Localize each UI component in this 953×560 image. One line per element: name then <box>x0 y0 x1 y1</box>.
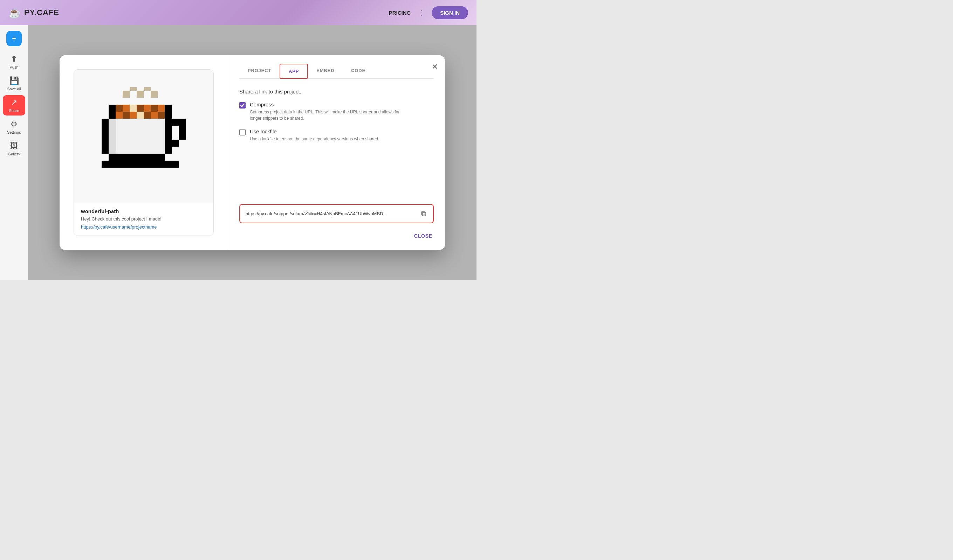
sidebar-item-gallery-label: Gallery <box>8 152 20 156</box>
svg-rect-45 <box>144 154 151 161</box>
logo-icon: ☕ <box>8 7 21 19</box>
modal-close-button[interactable]: ✕ <box>431 62 438 71</box>
svg-rect-13 <box>165 105 172 111</box>
sidebar-item-push[interactable]: ⬆ Push <box>3 52 25 72</box>
svg-rect-31 <box>165 140 172 147</box>
topbar-right: PRICING ⋮ SIGN IN <box>389 6 468 19</box>
tab-embed[interactable]: EMBED <box>308 64 343 79</box>
svg-rect-48 <box>102 161 109 168</box>
pricing-link[interactable]: PRICING <box>389 10 411 16</box>
svg-rect-23 <box>102 119 109 126</box>
svg-rect-15 <box>116 111 123 119</box>
svg-rect-50 <box>165 161 172 168</box>
svg-rect-33 <box>172 119 178 126</box>
svg-rect-22 <box>165 111 172 119</box>
share-intro-text: Share a link to this project. <box>239 88 434 94</box>
compress-checkbox[interactable] <box>239 102 245 108</box>
svg-rect-3 <box>144 87 151 91</box>
svg-rect-9 <box>137 105 144 111</box>
preview-title: wonderful-path <box>81 208 206 214</box>
sidebar: + ⬆ Push 💾 Save all ↗ Share ⚙ Settings 🖼… <box>0 25 28 280</box>
sidebar-item-gallery[interactable]: 🖼 Gallery <box>3 139 25 159</box>
more-menu-button[interactable]: ⋮ <box>418 8 425 17</box>
svg-rect-49 <box>109 161 165 168</box>
compress-desc: Compress project data in the URL. This w… <box>250 109 411 121</box>
svg-rect-28 <box>165 119 172 126</box>
tab-app[interactable]: APP <box>279 64 308 79</box>
sidebar-item-share-label: Share <box>9 108 19 113</box>
svg-rect-37 <box>172 140 178 147</box>
url-bar: https://py.cafe/snippet/solara/v1#c=H4sI… <box>239 204 434 223</box>
lockfile-checkbox-wrap <box>239 129 245 137</box>
svg-rect-42 <box>123 154 130 161</box>
coffee-cup-art <box>95 87 193 185</box>
preview-link[interactable]: https://py.cafe/username/projectname <box>81 224 157 230</box>
settings-icon: ⚙ <box>11 120 17 129</box>
gallery-icon: 🖼 <box>10 141 18 150</box>
sidebar-item-settings[interactable]: ⚙ Settings <box>3 117 25 137</box>
modal-footer: CLOSE <box>239 230 434 241</box>
svg-rect-2 <box>137 91 144 97</box>
lockfile-option: Use lockfile Use a lockfile to ensure th… <box>239 128 434 142</box>
preview-desc: Hey! Check out this cool project I made! <box>81 216 206 221</box>
logo-text: PY.CAFE <box>24 8 59 17</box>
svg-rect-6 <box>116 105 123 111</box>
svg-rect-27 <box>102 147 109 154</box>
compress-text-block: Compress Compress project data in the UR… <box>250 102 411 121</box>
svg-rect-1 <box>130 87 137 91</box>
svg-rect-34 <box>178 119 186 126</box>
svg-rect-39 <box>109 119 116 154</box>
svg-rect-46 <box>151 154 158 161</box>
svg-rect-40 <box>109 154 116 161</box>
modal-overlay: wonderful-path Hey! Check out this cool … <box>28 25 476 280</box>
svg-rect-8 <box>130 105 137 111</box>
sidebar-item-save-all[interactable]: 💾 Save all <box>3 74 25 94</box>
svg-rect-17 <box>130 111 137 119</box>
tab-code[interactable]: CODE <box>343 64 374 79</box>
lockfile-desc: Use a lockfile to ensure the same depend… <box>250 136 379 142</box>
sidebar-item-settings-label: Settings <box>7 130 21 135</box>
new-button[interactable]: + <box>6 31 22 46</box>
compress-label: Compress <box>250 102 411 107</box>
svg-rect-19 <box>144 111 151 119</box>
preview-info: wonderful-path Hey! Check out this cool … <box>74 203 213 235</box>
svg-rect-29 <box>165 126 172 133</box>
lockfile-text-block: Use lockfile Use a lockfile to ensure th… <box>250 128 379 142</box>
url-text: https://py.cafe/snippet/solara/v1#c=H4sI… <box>245 211 420 216</box>
tab-project[interactable]: PROJECT <box>239 64 279 79</box>
sidebar-item-push-label: Push <box>9 65 18 69</box>
save-icon: 💾 <box>9 76 19 85</box>
copy-url-button[interactable]: ⧉ <box>420 210 427 218</box>
svg-rect-24 <box>102 126 109 133</box>
compress-checkbox-wrap <box>239 102 245 110</box>
share-icon: ↗ <box>11 98 17 107</box>
modal-right-panel: ✕ PROJECT APP EMBED CODE Share a link to… <box>228 55 445 250</box>
svg-rect-20 <box>151 111 158 119</box>
svg-rect-11 <box>151 105 158 111</box>
close-button[interactable]: CLOSE <box>413 230 434 241</box>
push-icon: ⬆ <box>11 54 17 64</box>
svg-rect-5 <box>109 105 116 111</box>
sidebar-item-share[interactable]: ↗ Share <box>3 95 25 116</box>
logo: ☕ PY.CAFE <box>8 7 59 19</box>
modal-left-panel: wonderful-path Hey! Check out this cool … <box>60 55 228 250</box>
svg-rect-44 <box>137 154 144 161</box>
svg-rect-16 <box>123 111 130 119</box>
svg-rect-0 <box>123 91 130 97</box>
svg-rect-14 <box>109 111 116 119</box>
topbar: ☕ PY.CAFE PRICING ⋮ SIGN IN <box>0 0 476 25</box>
main-area: wonderful-path Hey! Check out this cool … <box>28 25 476 280</box>
tab-bar: PROJECT APP EMBED CODE <box>239 64 434 79</box>
svg-rect-47 <box>158 154 165 161</box>
lockfile-checkbox[interactable] <box>239 129 245 135</box>
svg-rect-35 <box>178 126 186 133</box>
svg-rect-38 <box>109 119 165 154</box>
share-modal: wonderful-path Hey! Check out this cool … <box>60 55 445 250</box>
svg-rect-41 <box>116 154 123 161</box>
svg-rect-25 <box>102 133 109 140</box>
svg-rect-26 <box>102 140 109 147</box>
sidebar-item-save-label: Save all <box>7 87 21 91</box>
signin-button[interactable]: SIGN IN <box>431 6 468 19</box>
preview-image <box>74 70 213 203</box>
preview-card: wonderful-path Hey! Check out this cool … <box>74 69 214 236</box>
